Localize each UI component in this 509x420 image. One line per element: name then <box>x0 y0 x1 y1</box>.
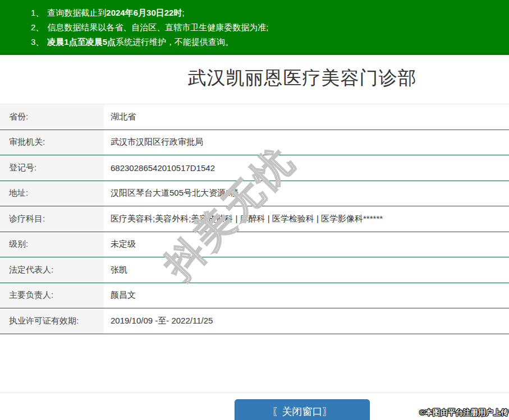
notice-text: 查询数据截止到 <box>47 8 106 17</box>
upload-credit-watermark: ©本图由平台注册用户上传 <box>420 408 508 418</box>
row-label: 执业许可证有效期: <box>0 308 104 334</box>
row-label: 省份: <box>0 104 104 130</box>
row-label: 诊疗科目: <box>0 206 104 232</box>
notice-number: 2、 <box>31 22 44 32</box>
row-value: 68230286542010517D1542 <box>104 155 509 181</box>
notice-item-2: 2、信息数据结果以各省、自治区、直辖市卫生健康委数据为准; <box>31 20 503 35</box>
table-row-address: 地址: 汉阳区琴台大道505号北大资源2楼 <box>0 181 509 207</box>
table-row-level: 级别: 未定级 <box>0 232 509 258</box>
row-value: 医疗美容科;美容外科;美容皮肤科 | 麻醉科 | 医学检验科 | 医学影像科**… <box>104 206 509 232</box>
notice-banner: 1、查询数据截止到2024年6月30日22时; 2、信息数据结果以各省、自治区、… <box>0 0 509 55</box>
notice-text: 系统进行维护，不能提供查询。 <box>116 37 233 47</box>
row-label: 地址: <box>0 181 104 206</box>
notice-number: 3、 <box>31 37 44 47</box>
notice-list: 1、查询数据截止到2024年6月30日22时; 2、信息数据结果以各省、自治区、… <box>31 6 503 49</box>
page-title: 武汉凯丽恩医疗美容门诊部 <box>0 65 509 91</box>
table-row-person-in-charge: 主要负责人: 颜昌文 <box>0 283 509 309</box>
notice-item-1: 1、查询数据截止到2024年6月30日22时; <box>31 6 503 20</box>
row-value: 张凯 <box>104 257 509 283</box>
row-value: 未定级 <box>104 232 509 257</box>
table-row-legal-representative: 法定代表人: 张凯 <box>0 257 509 283</box>
row-value: 颜昌文 <box>104 283 509 308</box>
row-value: 2019/10/09 -至- 2022/11/25 <box>104 308 509 334</box>
row-label: 法定代表人: <box>0 257 104 283</box>
row-value: 湖北省 <box>104 104 509 130</box>
table-row-province: 省份: 湖北省 <box>0 104 509 130</box>
institution-info-table: 省份: 湖北省 审批机关: 武汉市汉阳区行政审批局 登记号: 682302865… <box>0 104 509 334</box>
notice-text: ; <box>182 8 184 17</box>
query-result-page: 1、查询数据截止到2024年6月30日22时; 2、信息数据结果以各省、自治区、… <box>0 0 509 420</box>
table-row-medical-departments: 诊疗科目: 医疗美容科;美容外科;美容皮肤科 | 麻醉科 | 医学检验科 | 医… <box>0 206 509 232</box>
notice-item-3: 3、凌晨1点至凌晨5点系统进行维护，不能提供查询。 <box>31 35 503 49</box>
row-label: 主要负责人: <box>0 283 104 308</box>
row-label: 审批机关: <box>0 130 104 155</box>
table-row-approval-authority: 审批机关: 武汉市汉阳区行政审批局 <box>0 130 509 156</box>
table-row-license-validity: 执业许可证有效期: 2019/10/09 -至- 2022/11/25 <box>0 308 509 334</box>
notice-number: 1、 <box>31 8 44 17</box>
row-value: 汉阳区琴台大道505号北大资源2楼 <box>104 181 509 206</box>
row-label: 登记号: <box>0 155 104 181</box>
row-label: 级别: <box>0 232 104 257</box>
table-row-registration-number: 登记号: 68230286542010517D1542 <box>0 155 509 181</box>
notice-text-bold: 凌晨1点至凌晨5点 <box>47 37 116 47</box>
notice-text: 信息数据结果以各省、自治区、直辖市卫生健康委数据为准; <box>47 22 268 32</box>
footer-divider <box>0 393 509 393</box>
close-window-button[interactable]: 〖关闭窗口〗 <box>235 399 370 420</box>
notice-text-bold: 2024年6月30日22时 <box>106 8 182 17</box>
row-value: 武汉市汉阳区行政审批局 <box>104 130 509 155</box>
